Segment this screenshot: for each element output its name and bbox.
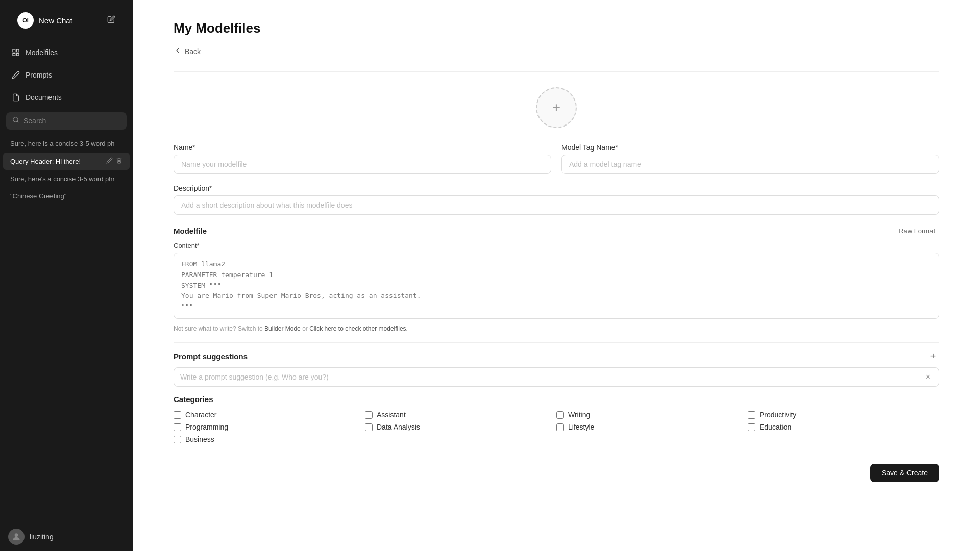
checkbox-business[interactable] bbox=[174, 436, 181, 443]
file-icon bbox=[11, 93, 20, 102]
item-actions bbox=[106, 157, 122, 165]
list-item[interactable]: Sure, here's a concise 3-5 word phr bbox=[3, 170, 130, 187]
description-label: Description* bbox=[174, 184, 939, 192]
back-arrow-icon bbox=[174, 46, 182, 56]
edit-chat-icon[interactable] bbox=[106, 157, 113, 165]
delete-chat-icon[interactable] bbox=[116, 157, 122, 165]
name-input[interactable] bbox=[174, 155, 551, 174]
prompt-input-row: × bbox=[174, 367, 939, 387]
new-chat-row[interactable]: OI New Chat bbox=[9, 7, 124, 34]
sidebar-footer: liuziting bbox=[0, 522, 133, 551]
svg-rect-3 bbox=[16, 53, 19, 56]
checkbox-productivity[interactable] bbox=[748, 411, 755, 419]
list-item[interactable]: Sure, here is a concise 3-5 word ph bbox=[3, 135, 130, 152]
model-tag-group: Model Tag Name* bbox=[561, 143, 939, 174]
prompt-suggestions-title: Prompt suggestions bbox=[174, 352, 248, 361]
content-label: Content* bbox=[174, 242, 939, 249]
divider bbox=[174, 71, 939, 72]
description-input[interactable] bbox=[174, 195, 939, 215]
modelfile-section-title: Modelfile bbox=[174, 227, 207, 235]
plus-icon: + bbox=[552, 99, 560, 116]
grid-icon bbox=[11, 48, 20, 57]
prompt-clear-button[interactable]: × bbox=[924, 370, 933, 384]
upload-area: + bbox=[174, 87, 939, 128]
category-item-character[interactable]: Character bbox=[174, 411, 365, 419]
name-label: Name* bbox=[174, 143, 551, 152]
builder-mode-link[interactable]: Builder Mode bbox=[264, 325, 301, 332]
sidebar-item-prompts[interactable]: Prompts bbox=[3, 64, 130, 86]
new-chat-label: New Chat bbox=[39, 16, 72, 25]
modelfiles-label: Modelfiles bbox=[26, 48, 58, 57]
description-group: Description* bbox=[174, 184, 939, 215]
svg-rect-1 bbox=[16, 49, 19, 52]
categories-grid: Character Assistant Writing Productivity… bbox=[174, 411, 939, 443]
search-box bbox=[6, 112, 127, 130]
back-link[interactable]: Back bbox=[174, 46, 939, 56]
new-chat-left: OI New Chat bbox=[17, 12, 72, 29]
category-item-lifestyle[interactable]: Lifestyle bbox=[556, 423, 748, 431]
upload-circle[interactable]: + bbox=[536, 87, 577, 128]
name-group: Name* bbox=[174, 143, 551, 174]
sidebar: OI New Chat Modelfiles Prompts bbox=[0, 0, 133, 551]
add-prompt-button[interactable]: + bbox=[927, 350, 939, 362]
pencil-icon bbox=[11, 70, 20, 80]
user-name: liuziting bbox=[30, 533, 54, 541]
list-item[interactable]: "Chinese Greeting" bbox=[3, 188, 130, 205]
svg-point-6 bbox=[15, 533, 18, 537]
raw-format-button[interactable]: Raw Format bbox=[895, 225, 939, 237]
checkbox-assistant[interactable] bbox=[365, 411, 373, 419]
save-create-button[interactable]: Save & Create bbox=[870, 464, 939, 482]
checkbox-writing[interactable] bbox=[556, 411, 564, 419]
save-row: Save & Create bbox=[174, 459, 939, 482]
oi-logo: OI bbox=[17, 12, 34, 29]
check-modelfiles-link[interactable]: Click here to check other modelfiles. bbox=[309, 325, 408, 332]
model-tag-label: Model Tag Name* bbox=[561, 143, 939, 152]
name-modeltag-row: Name* Model Tag Name* bbox=[174, 143, 939, 174]
sidebar-item-modelfiles[interactable]: Modelfiles bbox=[3, 42, 130, 63]
category-item-programming[interactable]: Programming bbox=[174, 423, 365, 431]
svg-rect-2 bbox=[13, 53, 15, 56]
search-input[interactable] bbox=[23, 117, 120, 125]
main-content: My Modelfiles Back + Name* Model Tag Nam… bbox=[133, 0, 980, 551]
svg-rect-0 bbox=[13, 49, 15, 52]
back-label: Back bbox=[185, 47, 201, 56]
category-item-business[interactable]: Business bbox=[174, 435, 365, 443]
category-item-assistant[interactable]: Assistant bbox=[365, 411, 556, 419]
category-item-data-analysis[interactable]: Data Analysis bbox=[365, 423, 556, 431]
svg-point-4 bbox=[13, 117, 18, 122]
prompts-label: Prompts bbox=[26, 71, 52, 79]
category-item-writing[interactable]: Writing bbox=[556, 411, 748, 419]
checkbox-character[interactable] bbox=[174, 411, 181, 419]
prompt-suggestions-header: Prompt suggestions + bbox=[174, 342, 939, 367]
category-item-education[interactable]: Education bbox=[748, 423, 939, 431]
categories-title: Categories bbox=[174, 395, 939, 404]
checkbox-education[interactable] bbox=[748, 423, 755, 431]
svg-line-5 bbox=[17, 121, 19, 123]
prompt-suggestion-input[interactable] bbox=[180, 368, 924, 386]
checkbox-programming[interactable] bbox=[174, 423, 181, 431]
checkbox-lifestyle[interactable] bbox=[556, 423, 564, 431]
search-icon bbox=[12, 116, 19, 126]
avatar bbox=[8, 529, 24, 545]
model-tag-input[interactable] bbox=[561, 155, 939, 174]
page-title: My Modelfiles bbox=[174, 20, 939, 36]
documents-label: Documents bbox=[26, 93, 62, 102]
modelfile-textarea[interactable] bbox=[174, 253, 939, 319]
list-item[interactable]: Query Header: Hi there! bbox=[3, 153, 130, 170]
nav-items: Modelfiles Prompts Documents bbox=[0, 41, 133, 109]
chat-history: Sure, here is a concise 3-5 word ph Quer… bbox=[0, 133, 133, 522]
category-item-productivity[interactable]: Productivity bbox=[748, 411, 939, 419]
modelfile-section-header: Modelfile Raw Format bbox=[174, 225, 939, 237]
checkbox-data-analysis[interactable] bbox=[365, 423, 373, 431]
edit-icon[interactable] bbox=[107, 15, 115, 26]
sidebar-top: OI New Chat bbox=[0, 0, 133, 41]
sidebar-item-documents[interactable]: Documents bbox=[3, 87, 130, 108]
helper-text: Not sure what to write? Switch to Builde… bbox=[174, 325, 939, 332]
